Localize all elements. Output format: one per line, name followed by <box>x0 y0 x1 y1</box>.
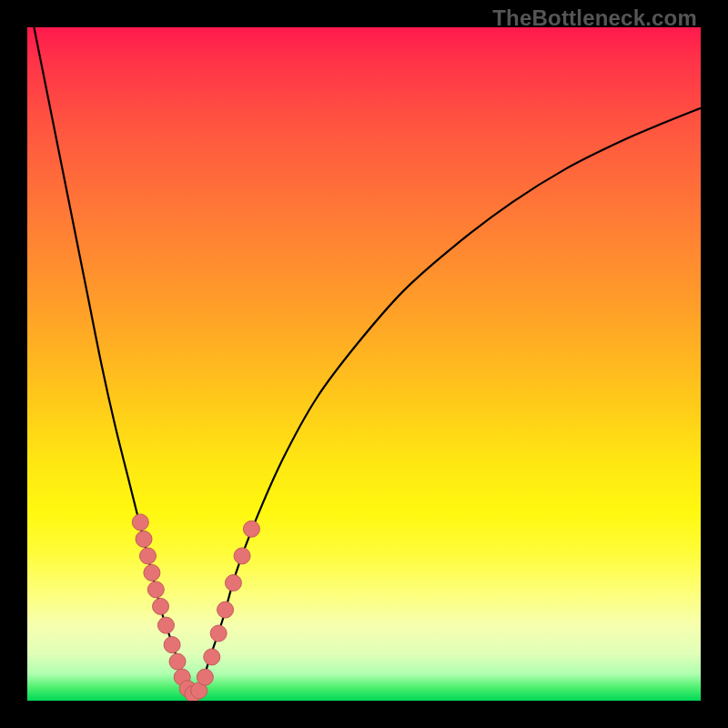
curve-marker <box>136 531 152 547</box>
curve-marker <box>234 548 250 564</box>
curve-marker <box>144 564 160 581</box>
curve-marker <box>210 625 227 642</box>
curve-marker <box>164 637 180 653</box>
curve-marker <box>243 521 259 537</box>
bottleneck-curve-svg <box>27 27 701 701</box>
curve-marker <box>197 669 213 685</box>
curve-marker <box>139 548 156 564</box>
curve-markers <box>132 514 259 701</box>
curve-marker <box>225 575 241 592</box>
curve-left-branch <box>34 27 186 694</box>
curve-marker <box>153 598 169 614</box>
curve-marker <box>217 602 234 618</box>
curve-marker <box>147 581 164 598</box>
curve-marker <box>132 514 148 531</box>
curve-right-branch <box>199 108 701 694</box>
curve-marker <box>204 649 220 665</box>
curve-marker <box>157 617 174 633</box>
curve-marker <box>169 653 186 670</box>
